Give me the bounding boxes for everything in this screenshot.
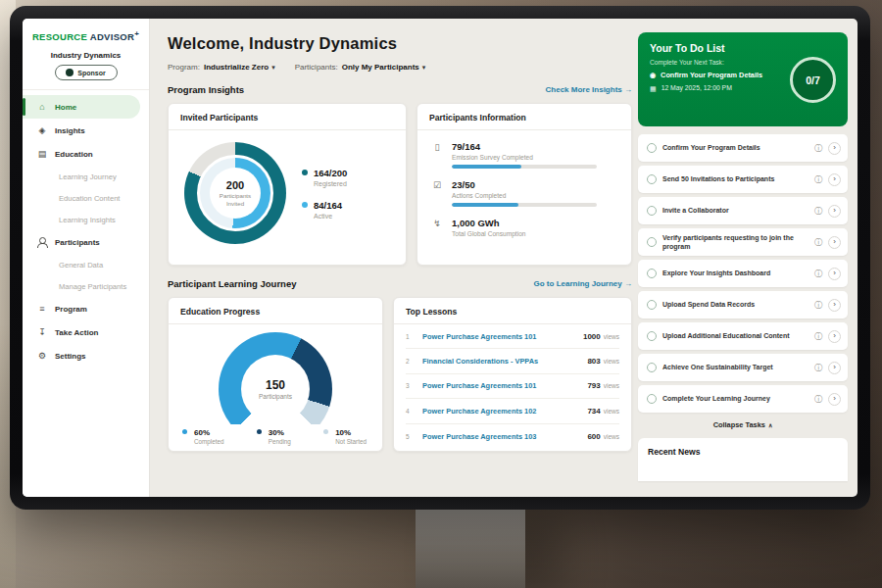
metric-label: Actions Completed (452, 192, 597, 199)
task-row-invite-collaborator[interactable]: Invite a Collaborator ⓘ › (638, 197, 848, 224)
sidebar-item-program[interactable]: ≡ Program (23, 297, 149, 320)
info-icon[interactable]: ⓘ (814, 300, 822, 311)
task-row-upload-spend-data[interactable]: Upload Spend Data Records ⓘ › (638, 291, 848, 318)
check-more-insights-link[interactable]: Check More Insights → (546, 85, 632, 94)
legend-pending: 30% Pending (257, 428, 291, 445)
sidebar-item-general-data[interactable]: General Data (23, 254, 149, 275)
legend-completed: 60% Completed (182, 428, 223, 445)
task-row-achieve-target[interactable]: Achieve One Sustainability Target ⓘ › (638, 354, 848, 381)
sidebar-item-take-action[interactable]: ↧ Take Action (23, 320, 149, 344)
task-checkbox[interactable] (647, 394, 657, 404)
lesson-rank: 4 (406, 408, 422, 415)
task-row-explore-insights[interactable]: Explore Your Insights Dashboard ⓘ › (638, 260, 848, 287)
task-row-send-invitations[interactable]: Send 50 Invitations to Participants ⓘ › (638, 166, 848, 193)
invited-donut-legend: 164/200 Registered 84/164 Active (302, 168, 347, 220)
sidebar-item-settings[interactable]: ⚙ Settings (23, 344, 149, 368)
sidebar-item-manage-participants[interactable]: Manage Participants (23, 275, 149, 297)
chevron-right-icon[interactable]: › (828, 173, 841, 186)
program-filter[interactable]: Program: Industrialize Zero ▾ (168, 63, 275, 72)
chevron-right-icon[interactable]: › (828, 362, 841, 374)
lesson-title-link[interactable]: Power Purchase Agreements 103 (422, 432, 587, 441)
todo-task-list: Confirm Your Program Details ⓘ › Send 50… (638, 134, 848, 413)
chevron-right-icon[interactable]: › (828, 299, 841, 312)
sidebar-item-education-content[interactable]: Education Content (23, 187, 149, 209)
task-label: Confirm Your Program Details (662, 143, 808, 152)
chevron-right-icon[interactable]: › (828, 142, 841, 155)
task-checkbox[interactable] (647, 206, 657, 216)
sponsor-badge-label: Sponsor (77, 70, 105, 76)
lesson-rank: 3 (406, 382, 422, 389)
lesson-row: 5 Power Purchase Agreements 103 600 view… (406, 424, 619, 449)
lesson-row: 3 Power Purchase Agreements 101 793 view… (406, 374, 619, 399)
info-icon[interactable]: ⓘ (814, 206, 822, 217)
participants-filter-label: Participants: (295, 63, 338, 72)
sidebar-item-home[interactable]: ⌂ Home (23, 95, 140, 119)
program-filter-label: Program: (168, 63, 200, 72)
chevron-right-icon[interactable]: › (828, 393, 841, 406)
collapse-tasks-link[interactable]: Collapse Tasks∧ (638, 420, 848, 429)
info-icon[interactable]: ⓘ (814, 143, 822, 154)
chevron-right-icon[interactable]: › (828, 205, 841, 218)
metric-emission-survey: ▯ 79/164 Emission Survey Completed (431, 141, 617, 169)
sidebar-subitem-label: Learning Journey (59, 172, 117, 181)
task-label: Send 50 Invitations to Participants (662, 174, 808, 183)
chevron-down-icon: ▾ (422, 64, 426, 72)
legend-dot (323, 429, 328, 434)
info-icon[interactable]: ⓘ (814, 269, 822, 279)
sidebar-item-participants[interactable]: Participants (23, 230, 149, 254)
recent-news-title: Recent News (648, 447, 701, 457)
info-icon[interactable]: ⓘ (814, 394, 822, 405)
participants-filter[interactable]: Participants: Only My Participants ▾ (295, 63, 426, 72)
lesson-title-link[interactable]: Power Purchase Agreements 102 (422, 407, 587, 416)
info-icon[interactable]: ⓘ (814, 331, 822, 342)
task-checkbox[interactable] (647, 237, 657, 247)
task-row-upload-educational-content[interactable]: Upload Additional Educational Content ⓘ … (638, 322, 848, 350)
education-gauge-legend: 60% Completed 30% Pending 10% Not Starte… (169, 424, 382, 445)
section-title-program-insights: Program Insights (168, 84, 244, 95)
lesson-views-suffix: views (604, 333, 619, 340)
task-checkbox[interactable] (647, 300, 657, 310)
main-content: Welcome, Industry Dynamics Program: Indu… (150, 19, 632, 497)
sidebar-item-insights[interactable]: ◈ Insights (23, 119, 149, 142)
legend-label: Pending (269, 438, 291, 445)
task-label: Complete Your Learning Journey (662, 394, 808, 403)
task-row-verify-participants[interactable]: Verify participants requesting to join t… (638, 228, 848, 256)
task-checkbox[interactable] (647, 174, 657, 184)
lesson-title-link[interactable]: Power Purchase Agreements 101 (422, 332, 583, 341)
info-icon[interactable]: ⓘ (814, 237, 822, 248)
lesson-title-link[interactable]: Financial Considerations - VPPAs (422, 357, 587, 366)
program-filter-value: Industrialize Zero (204, 63, 269, 72)
donut-center-value: 200 (226, 179, 244, 191)
task-row-complete-learning-journey[interactable]: Complete Your Learning Journey ⓘ › (638, 385, 848, 413)
task-checkbox[interactable] (647, 269, 657, 278)
filter-bar: Program: Industrialize Zero ▾ Participan… (168, 63, 632, 72)
sidebar-subitem-label: Education Content (59, 194, 120, 203)
task-checkbox[interactable] (647, 363, 657, 372)
invited-donut-center: 200 Participants Invited (210, 168, 261, 219)
task-checkbox[interactable] (647, 331, 657, 341)
task-row-confirm-program[interactable]: Confirm Your Program Details ⓘ › (638, 134, 848, 162)
todo-summary-card: Your To Do List Complete Your Next Task:… (638, 32, 848, 126)
metric-value: 23/50 (452, 179, 597, 190)
todo-next-task: ◉ Confirm Your Program Details (650, 71, 783, 79)
lesson-title-link[interactable]: Power Purchase Agreements 101 (422, 381, 587, 390)
info-icon[interactable]: ⓘ (814, 174, 822, 185)
chevron-up-icon: ∧ (768, 422, 772, 428)
sidebar-item-learning-journey[interactable]: Learning Journey (23, 166, 149, 187)
legend-dot (182, 429, 187, 434)
lesson-views: 600 (587, 432, 600, 441)
todo-due-label: 12 May 2025, 12:00 PM (662, 84, 732, 93)
metric-global-consumption: ↯ 1,000 GWh Total Global Consumption (431, 218, 617, 241)
chevron-right-icon[interactable]: › (828, 330, 841, 343)
chevron-right-icon[interactable]: › (828, 236, 841, 249)
task-label: Upload Spend Data Records (662, 300, 808, 309)
insights-cards-row: Invited Participants 200 Participants In… (168, 103, 632, 266)
sidebar-item-learning-insights[interactable]: Learning Insights (23, 209, 149, 230)
go-to-learning-journey-link[interactable]: Go to Learning Journey → (534, 279, 632, 288)
info-icon[interactable]: ⓘ (814, 363, 822, 373)
participants-information-rows: ▯ 79/164 Emission Survey Completed ☑ 23/… (417, 130, 631, 252)
calendar-icon: ▦ (650, 85, 657, 93)
task-checkbox[interactable] (647, 143, 657, 153)
sidebar-item-education[interactable]: ▤ Education (23, 142, 149, 166)
chevron-right-icon[interactable]: › (828, 268, 841, 280)
